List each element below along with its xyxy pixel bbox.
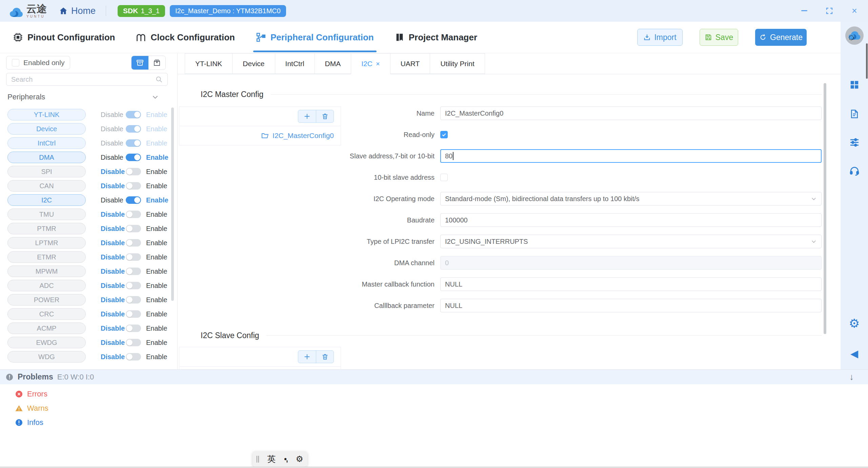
dashboard-grid-icon[interactable] [841,75,868,94]
peripheral-pill[interactable]: DMA [7,152,86,163]
peripheral-pill[interactable]: LPTMR [7,237,86,249]
ten-bit-address-checkbox[interactable] [440,174,448,181]
peripheral-pill[interactable]: TMU [7,209,86,220]
sidebar-search[interactable] [6,73,168,86]
package-view-button[interactable] [148,56,165,70]
enabled-only-checkbox[interactable] [12,59,19,66]
enable-toggle[interactable] [126,253,141,261]
import-button[interactable]: Import [637,29,683,46]
peripheral-pill[interactable]: ADC [7,280,86,291]
enable-toggle[interactable] [126,225,141,232]
save-button[interactable]: Save [700,29,738,46]
content-scrollbar[interactable] [824,83,826,334]
enable-toggle[interactable] [126,239,141,247]
ime-punctuation-button[interactable]: •, [284,455,287,464]
tree-item-master-config0[interactable]: I2C_MasterConfig0 [179,126,341,145]
peripheral-pill[interactable]: ETMR [7,251,86,263]
enable-toggle[interactable] [126,282,141,289]
peripheral-pill[interactable]: IntCtrl [7,137,86,149]
tab-dma[interactable]: DMA [315,53,351,74]
read-only-checkbox[interactable] [440,131,448,138]
enable-toggle[interactable] [126,325,141,332]
enable-toggle[interactable] [126,168,141,175]
peripheral-pill[interactable]: MPWM [7,266,86,277]
settings-sliders-icon[interactable] [841,133,868,152]
enable-toggle[interactable] [126,296,141,304]
gear-icon[interactable]: ⚙ [841,314,868,333]
problems-header[interactable]: Problems E:0 W:0 I:0 ↓ [0,369,868,384]
callback-parameter-input[interactable] [440,299,822,312]
nav-peripheral-configuration[interactable]: Peripheral Configuration [256,22,374,53]
enable-toggle[interactable] [126,111,141,118]
view-toggle-group [131,56,166,70]
tab-utility-print[interactable]: Utility Print [430,53,485,74]
peripheral-pill[interactable]: SPI [7,166,86,177]
name-input[interactable] [440,106,822,120]
tab-uart[interactable]: UART [390,53,430,74]
ime-settings-icon[interactable]: ⚙ [296,454,303,464]
add-config-button[interactable] [298,351,316,363]
sdk-version-badge[interactable]: SDK 1_3_1 [118,5,165,17]
infos-row[interactable]: Infos [15,418,868,427]
minimize-button[interactable] [797,4,812,18]
search-input[interactable] [11,76,155,83]
peripherals-group-header[interactable]: Peripherals [7,93,159,101]
generate-button[interactable]: Generate [755,29,807,46]
errors-row[interactable]: Errors [15,390,868,398]
enable-toggle[interactable] [126,310,141,318]
nav-clock-configuration[interactable]: Clock Configuration [136,22,235,53]
delete-config-button[interactable] [316,110,334,122]
save-floppy-icon [705,34,712,41]
user-avatar[interactable] [845,26,864,45]
tab-device[interactable]: Device [232,53,275,74]
peripheral-pill[interactable]: I2C [7,194,86,206]
peripheral-pill[interactable]: POWER [7,294,86,306]
ime-drag-handle[interactable] [257,456,259,463]
enable-toggle[interactable] [126,139,141,147]
tab-i2c[interactable]: I2C× [351,53,390,74]
master-callback-input[interactable] [440,277,822,291]
enabled-only-filter[interactable]: Enabled only [6,56,70,70]
enable-toggle[interactable] [126,353,141,360]
nav-project-manager[interactable]: Project Manager [395,22,477,53]
collapse-down-icon[interactable]: ↓ [849,372,854,382]
tab-intctrl[interactable]: IntCtrl [275,53,315,74]
home-button[interactable]: Home [59,6,96,16]
warns-row[interactable]: Warns [15,404,868,413]
delete-config-button[interactable] [316,351,334,363]
peripheral-pill[interactable]: EWDG [7,337,86,348]
enable-toggle[interactable] [126,154,141,161]
nav-pinout-configuration[interactable]: Pinout Configuration [13,22,115,53]
peripheral-pill[interactable]: Device [7,123,86,135]
enable-toggle[interactable] [126,125,141,133]
enable-toggle[interactable] [126,211,141,218]
maximize-button[interactable] [822,4,837,18]
enable-toggle[interactable] [126,196,141,204]
sidebar-scrollbar[interactable] [171,108,174,301]
add-config-button[interactable] [298,110,316,122]
ime-language-button[interactable]: 英 [267,453,276,465]
peripheral-pill[interactable]: PTMR [7,223,86,234]
enable-toggle[interactable] [126,182,141,190]
peripheral-pill[interactable]: CRC [7,308,86,320]
enable-toggle[interactable] [126,339,141,346]
enable-toggle[interactable] [126,268,141,275]
peripheral-pill[interactable]: YT-LINK [7,109,86,120]
window-scrollbar-thumb[interactable] [866,43,868,79]
slave-address-input[interactable]: 80 [440,149,822,163]
field-transfer-type: Type of LPI2C transfer I2C_USING_INTERRU… [341,235,841,248]
document-icon[interactable] [841,104,868,123]
transfer-type-select[interactable]: I2C_USING_INTERRUPTS [440,235,822,248]
operating-mode-select[interactable]: Standard-mode (Sm), bidirectional data t… [440,192,822,206]
close-button[interactable]: × [847,4,862,18]
project-badge[interactable]: I2c_Master_Demo : YTM32B1MC0 [170,5,286,17]
collapse-panel-icon[interactable]: ◀ [841,344,868,363]
peripheral-pill[interactable]: ACMP [7,323,86,334]
peripheral-pill[interactable]: CAN [7,180,86,192]
baudrate-input[interactable] [440,213,822,227]
tab-close-icon[interactable]: × [376,60,380,67]
peripheral-pill[interactable]: WDG [7,351,86,363]
tab-yt-link[interactable]: YT-LINK [185,53,233,74]
support-headset-icon[interactable] [841,161,868,180]
archive-view-button[interactable] [132,56,148,70]
